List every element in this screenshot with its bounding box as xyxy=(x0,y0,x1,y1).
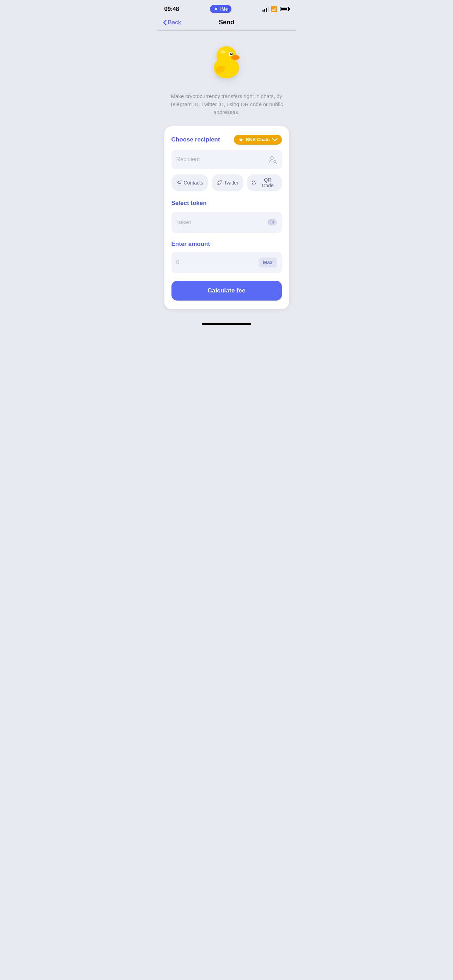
svg-point-4 xyxy=(231,55,240,60)
nav-bar: Back Send xyxy=(157,15,296,30)
qr-code-icon xyxy=(252,180,256,185)
svg-point-7 xyxy=(231,53,232,54)
svg-point-6 xyxy=(230,53,233,56)
bnb-icon xyxy=(238,137,244,143)
enter-amount-title: Enter amount xyxy=(172,240,282,248)
choose-recipient-header: Choose recipient BNB Chain xyxy=(172,135,282,145)
svg-marker-0 xyxy=(214,7,217,10)
home-bar xyxy=(202,323,251,325)
send-card: Choose recipient BNB Chain Recipient xyxy=(164,126,289,309)
ime-badge: iMe xyxy=(210,5,231,13)
svg-rect-14 xyxy=(255,181,256,182)
calculate-fee-button[interactable]: Calculate fee xyxy=(172,281,282,301)
enter-amount-section: Enter amount 0 Max xyxy=(172,240,282,273)
contacts-button[interactable]: Contacts xyxy=(172,174,208,191)
quick-buttons: Contacts Twitter QR Code xyxy=(172,174,282,191)
person-search-icon xyxy=(269,155,277,164)
duck-emoji xyxy=(205,41,248,85)
home-indicator xyxy=(157,316,296,328)
status-icons: 📶 xyxy=(262,6,289,12)
select-token-header: Select token xyxy=(172,200,282,207)
qr-code-button[interactable]: QR Code xyxy=(247,174,282,191)
twitter-icon xyxy=(217,180,222,185)
choose-recipient-title: Choose recipient xyxy=(172,136,220,143)
svg-marker-10 xyxy=(239,138,243,142)
telegram-icon xyxy=(176,180,182,185)
bnb-chain-selector[interactable]: BNB Chain xyxy=(234,135,282,145)
select-token-title: Select token xyxy=(172,200,207,206)
token-placeholder: Token xyxy=(176,219,192,226)
status-bar: 09:48 iMe 📶 xyxy=(157,0,296,15)
back-chevron-icon xyxy=(163,20,167,25)
recipient-input[interactable]: Recipient xyxy=(172,150,282,169)
twitter-button[interactable]: Twitter xyxy=(212,174,243,191)
svg-point-11 xyxy=(270,157,273,159)
back-button[interactable]: Back xyxy=(163,19,181,26)
recipient-placeholder: Recipient xyxy=(176,156,200,162)
wifi-icon: 📶 xyxy=(271,6,278,12)
duck-svg xyxy=(205,41,248,80)
status-center: iMe xyxy=(210,5,231,13)
svg-point-9 xyxy=(220,50,226,54)
ime-logo-icon xyxy=(213,7,218,12)
duck-illustration xyxy=(205,41,248,85)
page-title: Send xyxy=(219,19,234,26)
token-selector[interactable]: Token xyxy=(172,212,282,233)
amount-input[interactable]: 0 Max xyxy=(172,252,282,273)
amount-value: 0 xyxy=(176,259,180,266)
signal-icon xyxy=(262,7,269,12)
battery-icon xyxy=(280,7,289,11)
svg-rect-15 xyxy=(253,183,254,185)
chevron-down-icon xyxy=(272,137,278,143)
svg-rect-13 xyxy=(253,181,254,182)
token-coins-icon xyxy=(267,216,277,228)
hero-description: Make cryptocurrency transfers right in c… xyxy=(167,92,286,116)
main-content: Make cryptocurrency transfers right in c… xyxy=(157,31,296,316)
status-time: 09:48 xyxy=(164,6,179,13)
max-button[interactable]: Max xyxy=(259,258,277,267)
token-icon xyxy=(267,217,277,227)
